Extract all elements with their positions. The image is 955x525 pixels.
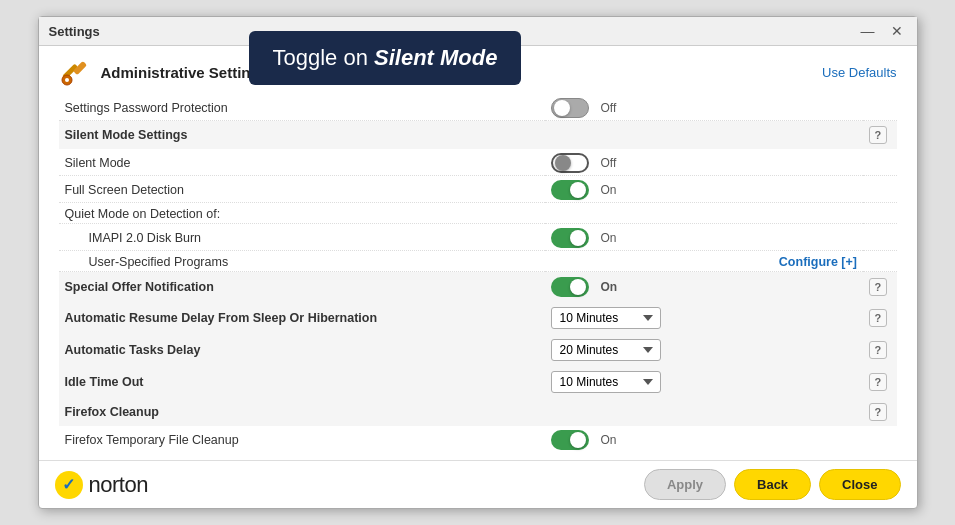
minimize-button[interactable]: —	[857, 23, 879, 39]
special-offer-toggle[interactable]	[551, 277, 589, 297]
title-bar-controls: — ✕	[857, 23, 907, 39]
user-specified-control: Configure [+]	[545, 251, 863, 272]
table-row: User-Specified Programs Configure [+]	[59, 251, 897, 272]
special-offer-state: On	[601, 280, 618, 294]
admin-section-title: Administrative Settings	[101, 64, 269, 81]
user-specified-label: User-Specified Programs	[59, 251, 545, 272]
silent-mode-section-header-row: Silent Mode Settings ?	[59, 121, 897, 150]
imapi-label: IMAPI 2.0 Disk Burn	[59, 224, 545, 251]
norton-logo: ✓ norton	[55, 471, 148, 499]
firefox-cleanup-header-row: Firefox Cleanup ?	[59, 398, 897, 426]
settings-password-label: Settings Password Protection	[59, 94, 545, 121]
idle-timeout-row: Idle Time Out 5 Minutes 10 Minutes 15 Mi…	[59, 366, 897, 398]
auto-resume-row: Automatic Resume Delay From Sleep Or Hib…	[59, 302, 897, 334]
toggle-thumb	[554, 100, 570, 116]
toggle-track	[551, 153, 589, 173]
imapi-state: On	[601, 231, 617, 245]
silent-mode-label: Silent Mode	[59, 149, 545, 176]
idle-timeout-label: Idle Time Out	[59, 366, 545, 398]
table-row: IMAPI 2.0 Disk Burn On	[59, 224, 897, 251]
table-row: Full Screen Detection On	[59, 176, 897, 203]
idle-timeout-dropdown[interactable]: 5 Minutes 10 Minutes 15 Minutes 20 Minut…	[551, 371, 661, 393]
auto-resume-control: 5 Minutes 10 Minutes 15 Minutes 20 Minut…	[545, 302, 863, 334]
tooltip-overlay: Toggle on Silent Mode	[249, 31, 522, 85]
firefox-cleanup-label: Firefox Cleanup	[59, 398, 545, 426]
apply-button[interactable]: Apply	[644, 469, 726, 500]
auto-tasks-dropdown[interactable]: 5 Minutes 10 Minutes 15 Minutes 20 Minut…	[551, 339, 661, 361]
idle-timeout-control: 5 Minutes 10 Minutes 15 Minutes 20 Minut…	[545, 366, 863, 398]
toggle-track	[551, 430, 589, 450]
imapi-control: On	[545, 224, 863, 251]
special-offer-help-icon[interactable]: ?	[869, 278, 887, 296]
special-offer-label: Special Offer Notification	[59, 272, 545, 303]
auto-resume-help-icon[interactable]: ?	[869, 309, 887, 327]
toggle-track	[551, 228, 589, 248]
norton-check-icon: ✓	[55, 471, 83, 499]
settings-password-state: Off	[601, 101, 617, 115]
silent-mode-section-label: Silent Mode Settings	[59, 121, 545, 150]
auto-resume-dropdown[interactable]: 5 Minutes 10 Minutes 15 Minutes 20 Minut…	[551, 307, 661, 329]
toggle-track	[551, 180, 589, 200]
tooltip-text-before: Toggle on	[273, 45, 375, 70]
table-row: Settings Password Protection Off	[59, 94, 897, 121]
special-offer-row: Special Offer Notification On ?	[59, 272, 897, 303]
use-defaults-link[interactable]: Use Defaults	[822, 65, 896, 80]
table-row: Silent Mode Off	[59, 149, 897, 176]
firefox-temp-control: On	[545, 426, 863, 454]
bottom-bar: ✓ norton Apply Back Close	[39, 460, 917, 508]
firefox-temp-state: On	[601, 433, 617, 447]
admin-icon	[59, 56, 91, 88]
norton-text: norton	[89, 472, 148, 498]
toggle-thumb	[570, 182, 586, 198]
silent-mode-control: Off	[545, 149, 863, 176]
toggle-thumb	[570, 279, 586, 295]
auto-tasks-help-icon[interactable]: ?	[869, 341, 887, 359]
settings-table: Settings Password Protection Off	[59, 94, 897, 454]
firefox-cleanup-help-icon[interactable]: ?	[869, 403, 887, 421]
table-row: Quiet Mode on Detection of:	[59, 203, 897, 224]
quiet-mode-label: Quiet Mode on Detection of:	[59, 203, 545, 224]
full-screen-label: Full Screen Detection	[59, 176, 545, 203]
firefox-temp-toggle[interactable]	[551, 430, 589, 450]
silent-mode-state: Off	[601, 156, 617, 170]
toggle-thumb	[555, 155, 571, 171]
silent-mode-toggle[interactable]	[551, 153, 589, 173]
silent-mode-help-icon[interactable]: ?	[869, 126, 887, 144]
settings-password-toggle[interactable]	[551, 98, 589, 118]
tooltip-em: Silent Mode	[374, 45, 497, 70]
toggle-thumb	[570, 432, 586, 448]
full-screen-toggle[interactable]	[551, 180, 589, 200]
toggle-track	[551, 98, 589, 118]
svg-point-3	[65, 78, 69, 82]
main-window: Settings — ✕ Toggle on Silent Mode Admin…	[38, 16, 918, 509]
auto-tasks-row: Automatic Tasks Delay 5 Minutes 10 Minut…	[59, 334, 897, 366]
table-row: Firefox Temporary File Cleanup On	[59, 426, 897, 454]
toggle-thumb	[570, 230, 586, 246]
close-button[interactable]: ✕	[887, 23, 907, 39]
close-button[interactable]: Close	[819, 469, 900, 500]
special-offer-control: On	[545, 272, 863, 303]
toggle-track	[551, 277, 589, 297]
configure-link[interactable]: Configure [+]	[779, 255, 857, 269]
auto-tasks-control: 5 Minutes 10 Minutes 15 Minutes 20 Minut…	[545, 334, 863, 366]
idle-timeout-help-icon[interactable]: ?	[869, 373, 887, 391]
back-button[interactable]: Back	[734, 469, 811, 500]
imapi-toggle[interactable]	[551, 228, 589, 248]
window-title: Settings	[49, 24, 100, 39]
full-screen-state: On	[601, 183, 617, 197]
auto-tasks-label: Automatic Tasks Delay	[59, 334, 545, 366]
full-screen-control: On	[545, 176, 863, 203]
content-area: Administrative Settings Use Defaults Set…	[39, 46, 917, 454]
auto-resume-label: Automatic Resume Delay From Sleep Or Hib…	[59, 302, 545, 334]
firefox-temp-label: Firefox Temporary File Cleanup	[59, 426, 545, 454]
settings-password-control: Off	[545, 94, 863, 121]
